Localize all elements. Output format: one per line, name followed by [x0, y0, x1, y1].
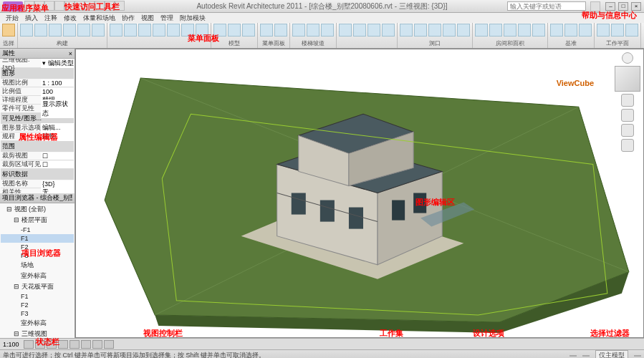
qat-button[interactable] [95, 1, 105, 11]
view-control-button[interactable] [92, 340, 102, 349]
viewcube[interactable] [615, 66, 640, 92]
prop-row[interactable]: 裁剪区域可见☐ [1, 160, 74, 169]
qat-button[interactable] [115, 1, 125, 11]
steering-wheel-icon[interactable] [621, 94, 634, 107]
ribbon-button[interactable] [77, 24, 90, 37]
view-control-button[interactable] [47, 340, 57, 349]
help-icon[interactable] [590, 1, 600, 11]
view-control-button[interactable] [104, 340, 114, 349]
qat-button[interactable] [105, 1, 115, 11]
close-icon[interactable]: × [69, 50, 72, 57]
tree-item[interactable]: F2 [1, 301, 74, 309]
ribbon-button[interactable] [20, 24, 33, 37]
view-control-button[interactable] [24, 340, 34, 349]
ribbon-button[interactable] [63, 24, 76, 37]
qat-button[interactable] [24, 1, 34, 11]
view-control-button[interactable] [69, 340, 80, 349]
ribbon-button[interactable] [321, 24, 334, 37]
prop-row[interactable]: 规程建筑 [1, 132, 74, 141]
tree-item[interactable]: ⊟ 三维视图 [1, 329, 74, 338]
ribbon-tab[interactable]: 注释 [42, 14, 60, 23]
ribbon-button[interactable] [457, 24, 470, 37]
ribbon-button[interactable] [138, 24, 151, 37]
minimize-button[interactable]: – [605, 2, 615, 11]
ribbon-button[interactable] [339, 24, 352, 37]
qat-button[interactable] [85, 1, 95, 11]
ribbon-button[interactable] [532, 24, 545, 37]
ribbon-button[interactable] [213, 24, 226, 37]
ribbon-button[interactable] [579, 24, 592, 37]
prop-group-header[interactable]: 范围 [1, 141, 74, 152]
prop-row[interactable]: 相关性无 [1, 188, 74, 193]
ribbon-button[interactable] [367, 24, 380, 37]
qat-button[interactable] [64, 1, 75, 11]
ribbon-button[interactable] [196, 24, 208, 37]
ribbon-tab[interactable]: 管理 [158, 14, 176, 23]
home-icon[interactable] [622, 52, 633, 64]
prop-row[interactable]: 零件可见性显示原状态 [1, 105, 74, 113]
view-control-button[interactable] [81, 340, 91, 349]
tree-item[interactable]: F1 [1, 234, 74, 243]
ribbon-button[interactable] [489, 24, 502, 37]
tree-item[interactable]: F2 [1, 243, 74, 251]
ribbon-button[interactable] [597, 24, 610, 37]
ribbon-button[interactable] [353, 24, 366, 37]
qat-button[interactable] [34, 1, 44, 11]
ribbon-button[interactable] [34, 24, 47, 37]
ribbon-button[interactable] [260, 24, 273, 37]
viewport[interactable] [75, 49, 644, 338]
tree-item[interactable]: F3 [1, 251, 74, 260]
scale-label[interactable]: 1:100 [3, 341, 19, 348]
qat-button[interactable] [44, 1, 54, 11]
ribbon-button[interactable] [181, 24, 194, 37]
ribbon-tab[interactable]: 插入 [22, 14, 41, 23]
tree-item[interactable]: -F1 [1, 226, 74, 234]
tree-item[interactable]: 场地 [1, 260, 74, 271]
view-control-button[interactable] [35, 340, 45, 349]
ribbon-button[interactable] [518, 24, 531, 37]
qat-button[interactable] [54, 1, 64, 11]
ribbon-button[interactable] [92, 24, 105, 37]
ribbon-button[interactable] [564, 24, 577, 37]
properties-header[interactable]: 属性 × [0, 49, 75, 59]
view-control-button[interactable] [58, 340, 68, 349]
search-input[interactable] [507, 1, 586, 11]
ribbon-button[interactable] [2, 24, 15, 37]
ribbon-tab[interactable]: 修改 [61, 14, 80, 23]
ribbon-tab[interactable]: 开始 [3, 14, 21, 23]
filter-button[interactable] [634, 355, 641, 357]
ribbon-button[interactable] [504, 24, 516, 37]
ribbon-button[interactable] [274, 24, 287, 37]
ribbon-button[interactable] [292, 24, 305, 37]
ribbon-button[interactable] [167, 24, 180, 37]
tree-item[interactable]: F3 [1, 309, 74, 318]
ribbon-button[interactable] [414, 24, 427, 37]
orbit-icon[interactable] [621, 139, 634, 152]
ribbon-button[interactable] [400, 24, 413, 37]
ribbon-button[interactable] [228, 24, 241, 37]
ribbon-button[interactable] [443, 24, 456, 37]
tree-item[interactable]: ⊟ 天花板平面 [1, 281, 74, 292]
tree-item[interactable]: 室外标高 [1, 318, 74, 329]
ribbon-button[interactable] [110, 24, 122, 37]
ribbon-tab[interactable]: 体量和场地 [80, 14, 118, 23]
pan-icon[interactable] [621, 109, 634, 122]
tree-item[interactable]: F1 [1, 292, 74, 301]
ribbon-button[interactable] [242, 24, 255, 37]
tree-item[interactable]: ⊟ 楼层平面 [1, 215, 74, 226]
ribbon-tab[interactable]: 附加模块 [177, 14, 208, 23]
workset-button[interactable] [569, 355, 577, 357]
prop-group-header[interactable]: 标识数据 [1, 169, 74, 180]
ribbon-button[interactable] [307, 24, 319, 37]
close-button[interactable]: × [631, 2, 641, 11]
ribbon-tab[interactable]: 视图 [138, 14, 157, 23]
ribbon-button[interactable] [49, 24, 62, 37]
ribbon-button[interactable] [611, 24, 624, 37]
tree-item[interactable]: 室外标高 [1, 271, 74, 281]
ribbon-button[interactable] [153, 24, 165, 37]
design-opt-button[interactable] [582, 355, 590, 357]
zoom-icon[interactable] [621, 124, 634, 137]
ribbon-button[interactable] [475, 24, 488, 37]
app-menu-button[interactable] [3, 1, 23, 11]
ribbon-button[interactable] [428, 24, 441, 37]
